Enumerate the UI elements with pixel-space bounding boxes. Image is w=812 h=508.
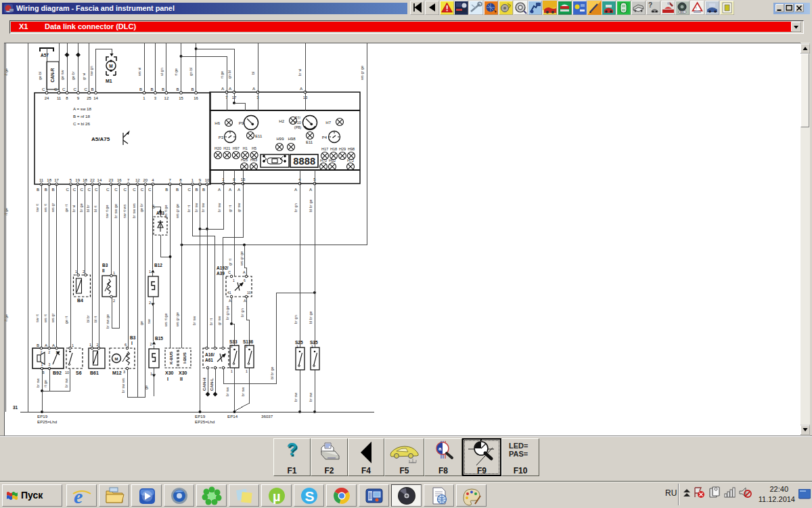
svg-text:A: A	[294, 187, 298, 192]
svg-text:A: A	[309, 187, 313, 192]
svg-text:rt ge: rt ge	[174, 68, 178, 76]
svg-text:C: C	[141, 187, 144, 192]
svg-text:sw rt ws: sw rt ws	[122, 205, 127, 218]
svg-text:8888: 8888	[293, 156, 315, 167]
svg-text:B4: B4	[77, 298, 83, 303]
svg-text:bl br: bl br	[86, 315, 90, 322]
svg-text:B: B	[52, 187, 55, 192]
svg-text:CAN-H: CAN-H	[202, 378, 206, 391]
svg-text:5: 5	[70, 178, 72, 182]
svg-text:25: 25	[87, 96, 91, 100]
svg-text:A5/A75: A5/A75	[91, 136, 110, 142]
svg-text:1: 1	[143, 96, 145, 100]
svg-text:II: II	[102, 268, 105, 273]
svg-text:sw rt: sw rt	[35, 314, 39, 322]
svg-text:ws gr ge: ws gr ge	[175, 312, 179, 327]
svg-text:3: 3	[154, 96, 157, 100]
svg-text:B12: B12	[154, 263, 162, 268]
svg-text:1: 1	[41, 362, 43, 366]
svg-text:1: 1	[72, 343, 74, 347]
svg-text:I: I	[131, 341, 133, 345]
svg-text:A: A	[252, 86, 256, 91]
svg-text:ge: ge	[144, 385, 148, 389]
svg-text:I-BUS: I-BUS	[183, 352, 187, 363]
svg-text:S: S	[305, 488, 315, 504]
svg-text:18: 18	[83, 178, 87, 182]
svg-text:A: A	[243, 270, 246, 274]
svg-text:C: C	[74, 87, 77, 91]
svg-text:H72: H72	[347, 158, 354, 163]
svg-text:br sw ws: br sw ws	[132, 203, 136, 218]
svg-text:20: 20	[143, 178, 148, 182]
svg-text:EP25=Lhd: EP25=Lhd	[195, 419, 215, 424]
svg-text:H5: H5	[252, 146, 256, 150]
svg-text:ge bl: ge bl	[38, 72, 42, 80]
svg-text:P10: P10	[294, 121, 301, 125]
svg-text:16: 16	[117, 178, 122, 182]
svg-text:P9: P9	[239, 121, 244, 125]
svg-text:H2: H2	[279, 119, 284, 123]
svg-text:C: C	[106, 187, 110, 192]
svg-text:sw rt ge: sw rt ge	[105, 205, 109, 218]
svg-text:B: B	[196, 187, 198, 192]
svg-text:1: 1	[246, 369, 248, 373]
svg-text:EP19: EP19	[195, 414, 206, 419]
svg-text:C: C	[66, 187, 70, 192]
svg-text:br vi: br vi	[72, 205, 76, 212]
svg-text:C: C	[42, 87, 45, 91]
svg-text:br sw: br sw	[201, 203, 205, 212]
svg-text:gn bl: gn bl	[189, 68, 193, 76]
svg-text:M1: M1	[106, 79, 112, 83]
svg-text:bl br ge: bl br ge	[270, 366, 274, 379]
svg-text:a: a	[438, 446, 442, 452]
svg-text:M: M	[115, 357, 118, 361]
svg-text:2: 2	[246, 344, 248, 348]
svg-text:H18: H18	[330, 147, 337, 151]
svg-text:CAN-R: CAN-R	[50, 68, 55, 82]
svg-text:br sw: br sw	[225, 387, 229, 396]
svg-text:C: C	[148, 187, 152, 192]
svg-text:B: B	[165, 187, 168, 192]
svg-text:B: B	[151, 87, 154, 91]
svg-text:A192/: A192/	[217, 266, 229, 270]
svg-text:31: 31	[13, 405, 18, 410]
svg-text:H92: H92	[329, 158, 336, 163]
svg-text:rt ge: rt ge	[4, 68, 8, 76]
svg-text:7: 7	[169, 178, 172, 182]
svg-text:gn bl: gn bl	[227, 70, 231, 79]
svg-text:18: 18	[47, 178, 51, 182]
svg-text:3: 3	[49, 362, 51, 366]
svg-text:11: 11	[39, 178, 44, 182]
svg-text:rt ge: rt ge	[43, 380, 47, 387]
svg-text:br vi: br vi	[298, 68, 302, 76]
svg-text:B3: B3	[102, 263, 108, 268]
svg-text:I: I	[167, 377, 168, 381]
svg-text:br sw: br sw	[192, 316, 196, 325]
svg-text:ge rt: ge rt	[64, 204, 68, 212]
svg-text:ge sw: ge sw	[60, 69, 64, 80]
svg-text:br ge: br ge	[79, 203, 83, 212]
svg-text:S136: S136	[243, 339, 254, 344]
svg-text:P4: P4	[322, 135, 328, 140]
svg-text:ws gr ge: ws gr ge	[240, 251, 244, 266]
svg-text:II: II	[180, 377, 183, 381]
svg-text:23: 23	[109, 178, 114, 182]
svg-text:H20: H20	[215, 146, 221, 150]
svg-text:B: B	[176, 187, 179, 192]
svg-text:S6: S6	[76, 371, 82, 375]
svg-text:1: 1	[149, 270, 151, 274]
svg-text:1: 1	[231, 369, 233, 373]
svg-text:ge br: ge br	[139, 203, 143, 212]
svg-text:3: 3	[123, 370, 125, 374]
svg-text:ge: ge	[151, 205, 155, 209]
svg-text:ws gr: ws gr	[51, 313, 55, 323]
svg-text:C: C	[62, 87, 66, 91]
svg-text:A: A	[52, 343, 55, 347]
svg-text:B92: B92	[53, 371, 62, 375]
svg-text:br sw: br sw	[36, 378, 40, 387]
svg-text:P7/: P7/	[295, 116, 301, 120]
svg-text:gr vi: gr vi	[82, 72, 86, 80]
svg-text:br gn: br gn	[294, 315, 298, 324]
svg-text:B: B	[42, 371, 45, 375]
svg-text:15: 15	[179, 96, 183, 100]
